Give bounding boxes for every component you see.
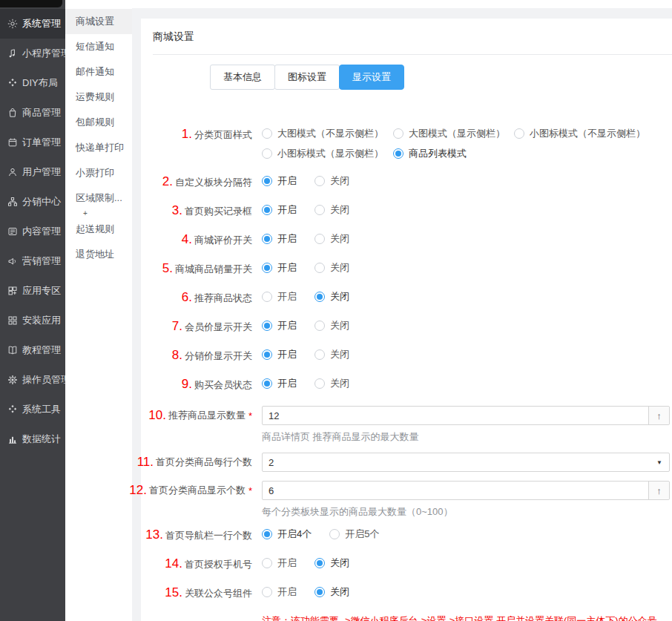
radio-option[interactable]: 关闭: [314, 232, 349, 246]
radio-option[interactable]: 开启: [262, 348, 297, 361]
radio-option[interactable]: 关闭: [314, 261, 349, 275]
sidebar-item-tutorial-management[interactable]: 教程管理: [0, 335, 65, 365]
radio-option[interactable]: 开启: [262, 377, 297, 390]
field-label-text: 首页导航栏一行个数: [165, 529, 252, 542]
radio-option[interactable]: 开启: [262, 585, 297, 599]
field-controls: ↑商品详情页 推荐商品显示的最大数量: [262, 406, 672, 444]
sidebar-item-label: DIY布局: [22, 76, 58, 90]
radio-option[interactable]: 小图标模式（不显示侧栏）: [514, 127, 645, 140]
sidebar-item-order-management[interactable]: 订单管理: [0, 128, 65, 157]
submenu-item-region-limit[interactable]: 区域限制...: [65, 185, 132, 211]
radio-option[interactable]: 开启: [262, 203, 297, 217]
submenu-item-min-delivery-rules[interactable]: 起送规则: [65, 217, 132, 242]
radio-option[interactable]: 开启: [262, 232, 297, 246]
radio-checked-icon: [314, 558, 325, 568]
field-label-text: 推荐商品显示数量: [168, 409, 246, 422]
number-input[interactable]: [262, 406, 670, 425]
submenu-item-sms-notice[interactable]: 短信通知: [65, 34, 132, 59]
tab-basic-info[interactable]: 基本信息: [210, 65, 275, 90]
sidebar-item-operator-management[interactable]: 操作员管理: [0, 365, 65, 395]
field-label: 10.推荐商品显示数量*: [153, 406, 252, 425]
radio-option[interactable]: 关闭: [314, 377, 349, 390]
field-number: 2.: [162, 174, 173, 189]
sidebar-item-install-app[interactable]: 安装应用: [0, 306, 65, 335]
sidebar-item-system-tools[interactable]: 系统工具: [0, 395, 65, 424]
radio-option[interactable]: 开启5个: [329, 528, 379, 541]
radio-checked-icon: [393, 148, 403, 159]
select-input[interactable]: 2▼: [262, 453, 670, 472]
radio-option[interactable]: 开启: [262, 290, 297, 303]
radio-option[interactable]: 关闭: [314, 348, 349, 361]
submenu-item-email-notice[interactable]: 邮件通知: [65, 59, 132, 85]
field-controls: 开启关闭: [262, 377, 672, 392]
radio-unchecked-icon: [393, 128, 403, 139]
sidebar-item-marketing-management[interactable]: 营销管理: [0, 246, 65, 276]
sitemap-icon: [7, 197, 19, 208]
field-label: 7.会员价显示开关: [153, 319, 252, 334]
sidebar-item-diy-layout[interactable]: DIY布局: [0, 68, 65, 98]
sidebar-item-system-management[interactable]: 系统管理: [0, 9, 65, 39]
submenu-item-receipt-print[interactable]: 小票打印: [65, 160, 132, 185]
radio-option[interactable]: 关闭: [314, 203, 349, 217]
sidebar-item-miniprogram-management[interactable]: 小程序管理: [0, 39, 65, 68]
radio-option[interactable]: 关闭: [314, 585, 349, 599]
field-label: 9.购买会员状态: [153, 377, 252, 392]
radio-option[interactable]: 大图模式（显示侧栏）: [393, 127, 514, 140]
submenu-item-return-address[interactable]: 退货地址: [65, 242, 132, 267]
submenu-item-freight-rules[interactable]: 运费规则: [65, 85, 132, 110]
radio-option[interactable]: 开启: [262, 319, 297, 332]
sidebar-item-distribution-center[interactable]: 分销中心: [0, 187, 65, 217]
radio-option[interactable]: 关闭: [314, 290, 349, 303]
radio-option[interactable]: 商品列表模式: [393, 147, 514, 160]
sidebar-item-label: 营销管理: [22, 254, 61, 268]
submenu-item-free-shipping-rules[interactable]: 包邮规则: [65, 110, 132, 135]
display-settings-form: 1.分类页面样式大图模式（不显示侧栏）大图模式（显示侧栏）小图标模式（不显示侧栏…: [153, 127, 672, 600]
radio-option[interactable]: 关闭: [314, 319, 349, 332]
radio-option[interactable]: 关闭: [314, 556, 349, 570]
field-number: 6.: [182, 290, 192, 305]
field-number: 9.: [182, 377, 192, 392]
sidebar-item-goods-management[interactable]: 商品管理: [0, 98, 65, 128]
submenu-item-mall-settings[interactable]: 商城设置: [65, 9, 132, 34]
required-asterisk: *: [248, 485, 252, 496]
form-row-6: 6.推荐商品状态开启关闭: [153, 290, 672, 305]
field-controls: 开启4个开启5个: [262, 528, 672, 542]
stepper-up-button[interactable]: ↑: [648, 407, 669, 424]
tab-icon-settings[interactable]: 图标设置: [274, 65, 340, 90]
radio-option[interactable]: 小图标模式（显示侧栏）: [262, 147, 393, 160]
sidebar-item-label: 用户管理: [22, 165, 61, 179]
radio-option[interactable]: 开启: [262, 261, 297, 275]
radio-option[interactable]: 关闭: [314, 174, 349, 188]
form-row-9: 9.购买会员状态开启关闭: [153, 377, 672, 392]
tab-display-settings[interactable]: 显示设置: [339, 65, 404, 90]
field-label-text: 推荐商品状态: [194, 292, 252, 305]
radio-unchecked-icon: [262, 148, 272, 159]
sidebar-item-user-management[interactable]: 用户管理: [0, 157, 65, 187]
radio-row: 开启关闭: [262, 377, 672, 390]
radio-option[interactable]: 开启: [262, 174, 297, 188]
stepper-up-button[interactable]: ↑: [648, 482, 669, 499]
field-number: 14.: [165, 556, 182, 571]
radio-label: 开启: [277, 261, 297, 275]
radio-option[interactable]: 大图模式（不显示侧栏）: [262, 127, 393, 140]
radio-row: 开启关闭: [262, 585, 672, 599]
radio-label: 关闭: [330, 232, 349, 246]
expand-plus-icon[interactable]: +: [65, 211, 132, 217]
radio-checked-icon: [314, 587, 325, 597]
radio-unchecked-icon: [314, 176, 325, 186]
sidebar-item-app-zone[interactable]: 应用专区: [0, 276, 65, 306]
number-input-wrap: ↑: [262, 481, 670, 500]
radio-checked-icon: [262, 205, 272, 215]
field-number: 15.: [165, 585, 182, 600]
sidebar-item-label: 系统工具: [22, 403, 61, 416]
radio-unchecked-icon: [314, 234, 325, 244]
field-controls: 开启关闭: [262, 556, 672, 571]
sidebar-item-content-management[interactable]: 内容管理: [0, 217, 65, 246]
radio-option[interactable]: 开启: [262, 556, 297, 570]
field-number: 5.: [162, 261, 173, 276]
radio-option[interactable]: 开启4个: [262, 528, 312, 541]
field-label-text: 会员价显示开关: [185, 321, 252, 334]
sidebar-item-data-statistics[interactable]: 数据统计: [0, 424, 65, 454]
number-input[interactable]: [262, 481, 670, 500]
submenu-item-express-print[interactable]: 快递单打印: [65, 135, 132, 160]
